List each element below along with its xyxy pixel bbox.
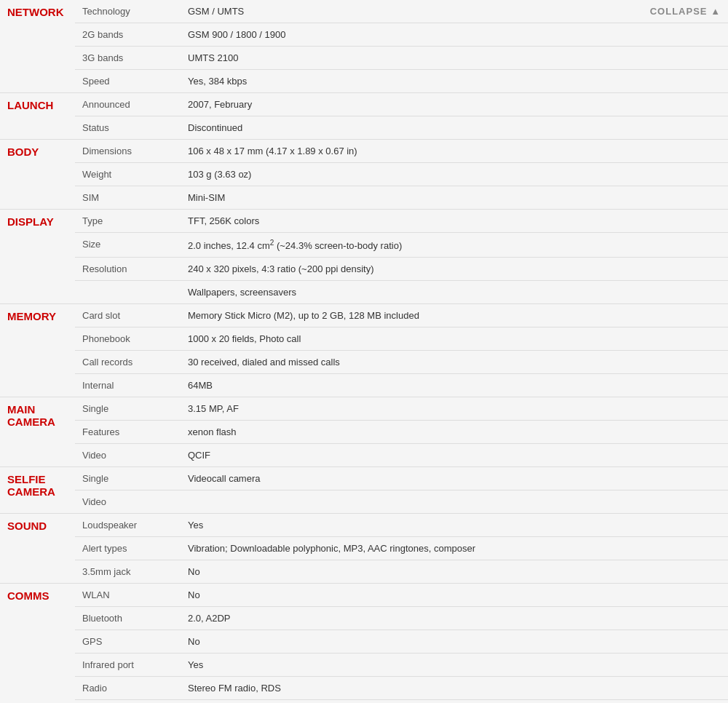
section-label-body: BODY <box>0 140 75 210</box>
table-row: BODYDimensions106 x 48 x 17 mm (4.17 x 1… <box>0 140 728 163</box>
table-row: Wallpapers, screensavers <box>0 281 728 304</box>
row-value: UMTS 2100 <box>181 47 728 70</box>
row-value: Discontinued <box>181 116 728 140</box>
row-label: Dimensions <box>75 140 181 163</box>
row-value: 2.0, A2DP <box>181 607 728 630</box>
row-value: Vibration; Downloadable polyphonic, MP3,… <box>181 537 728 560</box>
row-label: Video <box>75 490 181 514</box>
table-row: Internal64MB <box>0 374 728 397</box>
row-label: Radio <box>75 677 181 700</box>
table-row: DISPLAYTypeTFT, 256K colors <box>0 210 728 233</box>
table-row: SpeedYes, 384 kbps <box>0 70 728 93</box>
section-label-launch: LAUNCH <box>0 93 75 140</box>
table-row: MEMORYCard slotMemory Stick Micro (M2), … <box>0 304 728 327</box>
row-label: Announced <box>75 93 181 116</box>
section-label-sound: SOUND <box>0 514 75 584</box>
table-row: USB2.0 <box>0 700 728 703</box>
row-value: GSM / UMTS <box>181 0 426 23</box>
table-row: Video <box>0 490 728 514</box>
table-row: 3.5mm jackNo <box>0 560 728 584</box>
row-value: Mini-SIM <box>181 186 728 210</box>
table-row: 3G bandsUMTS 2100 <box>0 47 728 70</box>
row-label: Speed <box>75 70 181 93</box>
row-value: 30 received, dialed and missed calls <box>181 351 728 374</box>
table-row: LAUNCHAnnounced2007, February <box>0 93 728 116</box>
row-label: Features <box>75 421 181 444</box>
table-row: Call records30 received, dialed and miss… <box>0 351 728 374</box>
row-label: Weight <box>75 163 181 186</box>
spec-table: NETWORKTechnologyGSM / UMTSCOLLAPSE ▲2G … <box>0 0 728 703</box>
row-value: Stereo FM radio, RDS <box>181 677 728 700</box>
row-value: GSM 900 / 1800 / 1900 <box>181 23 728 47</box>
row-value: No <box>181 560 728 584</box>
row-label: Phonebook <box>75 327 181 351</box>
row-label: Infrared port <box>75 654 181 677</box>
row-value: No <box>181 584 728 607</box>
row-value: 2.0 inches, 12.4 cm2 (~24.3% screen-to-b… <box>181 233 728 258</box>
table-row: Featuresxenon flash <box>0 421 728 444</box>
section-label-comms: COMMS <box>0 584 75 703</box>
row-value: Yes <box>181 514 728 537</box>
section-label-selfie-camera: SELFIECAMERA <box>0 467 75 514</box>
table-row: RadioStereo FM radio, RDS <box>0 677 728 700</box>
table-row: 2G bandsGSM 900 / 1800 / 1900 <box>0 23 728 47</box>
row-value: No <box>181 630 728 654</box>
row-value: 2007, February <box>181 93 728 116</box>
row-label: Size <box>75 233 181 258</box>
row-value: Wallpapers, screensavers <box>181 281 728 304</box>
row-value: QCIF <box>181 444 728 467</box>
row-value: 3.15 MP, AF <box>181 397 728 421</box>
row-label: Single <box>75 397 181 421</box>
row-value: TFT, 256K colors <box>181 210 728 233</box>
table-row: Resolution240 x 320 pixels, 4:3 ratio (~… <box>0 258 728 281</box>
row-label: 3G bands <box>75 47 181 70</box>
row-label: Bluetooth <box>75 607 181 630</box>
table-row: StatusDiscontinued <box>0 116 728 140</box>
row-label: Status <box>75 116 181 140</box>
row-label: Card slot <box>75 304 181 327</box>
table-row: SOUNDLoudspeakerYes <box>0 514 728 537</box>
row-label: 3.5mm jack <box>75 560 181 584</box>
table-row: SELFIECAMERASingleVideocall camera <box>0 467 728 490</box>
row-value: Videocall camera <box>181 467 728 490</box>
row-label: Loudspeaker <box>75 514 181 537</box>
table-row: MAINCAMERASingle3.15 MP, AF <box>0 397 728 421</box>
row-label: Type <box>75 210 181 233</box>
table-row: Bluetooth2.0, A2DP <box>0 607 728 630</box>
row-label: Resolution <box>75 258 181 281</box>
row-label: USB <box>75 700 181 703</box>
row-label: WLAN <box>75 584 181 607</box>
table-row: Size2.0 inches, 12.4 cm2 (~24.3% screen-… <box>0 233 728 258</box>
row-value: 106 x 48 x 17 mm (4.17 x 1.89 x 0.67 in) <box>181 140 728 163</box>
table-row: NETWORKTechnologyGSM / UMTSCOLLAPSE ▲ <box>0 0 728 23</box>
row-label: Technology <box>75 0 181 23</box>
table-row: GPSNo <box>0 630 728 654</box>
row-value: 1000 x 20 fields, Photo call <box>181 327 728 351</box>
row-label: Call records <box>75 351 181 374</box>
table-row: SIMMini-SIM <box>0 186 728 210</box>
row-value: 240 x 320 pixels, 4:3 ratio (~200 ppi de… <box>181 258 728 281</box>
row-value: 64MB <box>181 374 728 397</box>
row-value: xenon flash <box>181 421 728 444</box>
row-value: Memory Stick Micro (M2), up to 2 GB, 128… <box>181 304 728 327</box>
table-row: Infrared portYes <box>0 654 728 677</box>
table-row: VideoQCIF <box>0 444 728 467</box>
row-label: 2G bands <box>75 23 181 47</box>
row-label: Internal <box>75 374 181 397</box>
table-row: Phonebook1000 x 20 fields, Photo call <box>0 327 728 351</box>
collapse-button[interactable]: COLLAPSE ▲ <box>426 0 728 23</box>
row-label: Video <box>75 444 181 467</box>
section-label-display: DISPLAY <box>0 210 75 304</box>
row-label: SIM <box>75 186 181 210</box>
section-label-network: NETWORK <box>0 0 75 93</box>
row-label: GPS <box>75 630 181 654</box>
table-row: Alert typesVibration; Downloadable polyp… <box>0 537 728 560</box>
row-value <box>181 490 728 514</box>
row-label: Single <box>75 467 181 490</box>
section-label-memory: MEMORY <box>0 304 75 397</box>
table-row: COMMSWLANNo <box>0 584 728 607</box>
row-value: Yes, 384 kbps <box>181 70 728 93</box>
row-label: Alert types <box>75 537 181 560</box>
section-label-main-camera: MAINCAMERA <box>0 397 75 467</box>
table-row: Weight103 g (3.63 oz) <box>0 163 728 186</box>
